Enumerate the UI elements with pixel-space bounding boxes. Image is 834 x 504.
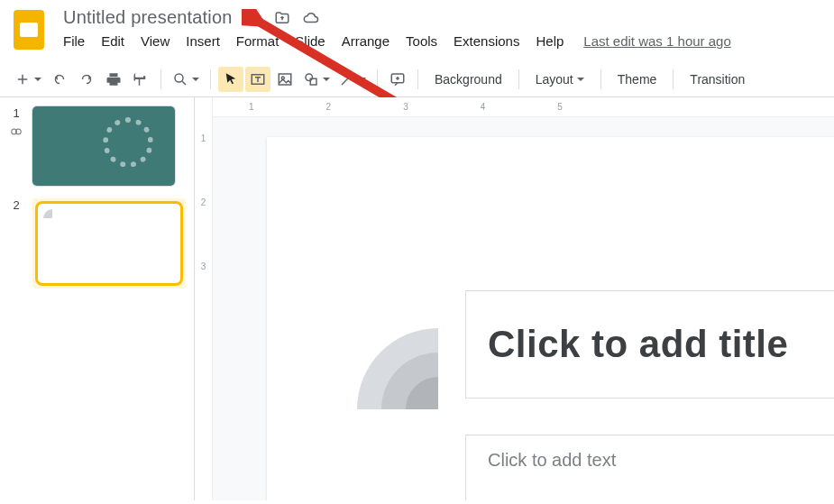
body-text-placeholder[interactable]: Click to add text [465,435,834,500]
document-title[interactable]: Untitled presentation [63,7,233,28]
toolbar-separator [600,69,601,89]
vertical-ruler: 123 [195,97,213,500]
toolbar-separator [417,69,418,89]
new-slide-button[interactable] [11,67,45,92]
select-tool-button[interactable] [218,67,243,92]
line-tool-button[interactable] [335,67,370,92]
menu-file[interactable]: File [63,33,85,49]
menu-slide[interactable]: Slide [295,33,325,49]
toolbar-separator [210,69,211,89]
menu-view[interactable]: View [141,33,170,49]
menu-tools[interactable]: Tools [406,33,437,49]
horizontal-ruler: 12345 [213,97,834,117]
menu-help[interactable]: Help [536,33,564,49]
background-button[interactable]: Background [426,67,511,92]
slide-canvas-area: 12345 Click to add title Click to add te… [213,97,834,500]
slide-2-preview[interactable] [38,204,180,283]
slide-thumbnail[interactable]: 2 [7,198,187,289]
undo-button[interactable] [47,67,72,92]
svg-point-3 [175,74,183,82]
move-folder-icon[interactable] [274,10,290,26]
last-edit-link[interactable]: Last edit was 1 hour ago [583,33,730,49]
print-button[interactable] [101,67,126,92]
title-placeholder[interactable]: Click to add title [465,290,834,399]
menu-format[interactable]: Format [236,33,280,49]
toolbar-separator [160,69,161,89]
toolbar-separator [673,69,674,89]
image-tool-button[interactable] [272,67,298,92]
transition-button[interactable]: Transition [681,67,754,92]
menu-bar: File Edit View Insert Format Slide Arran… [63,33,731,49]
body-placeholder-text: Click to add text [488,450,616,470]
slide-number: 2 [13,198,19,212]
menu-arrange[interactable]: Arrange [342,33,390,49]
toolbar: Background Layout Theme Transition [0,61,834,97]
comment-button[interactable] [385,67,410,92]
shape-tool-button[interactable] [299,67,334,92]
transition-indicator-icon [10,125,23,141]
menu-extensions[interactable]: Extensions [454,33,519,49]
cloud-status-icon[interactable] [303,10,319,26]
textbox-tool-button[interactable] [245,67,270,92]
slides-app-icon[interactable] [11,7,47,52]
quarter-circle-graphic [357,328,438,409]
slide-canvas[interactable]: Click to add title Click to add text [267,137,834,500]
menu-edit[interactable]: Edit [101,33,124,49]
paint-format-button[interactable] [128,67,153,92]
svg-rect-1 [20,23,38,37]
slide-number: 1 [13,106,19,120]
star-icon[interactable] [245,10,261,26]
toolbar-separator [518,69,519,89]
slide-1-preview[interactable] [32,106,175,186]
header: Untitled presentation File Edit View Ins… [0,0,834,52]
svg-rect-5 [279,74,291,85]
redo-button[interactable] [74,67,99,92]
workspace: 1 2 123 12345 [0,97,834,500]
title-placeholder-text: Click to add title [488,323,788,366]
toolbar-separator [377,69,378,89]
svg-point-7 [306,74,313,81]
zoom-button[interactable] [169,67,203,92]
theme-button[interactable]: Theme [609,67,666,92]
menu-insert[interactable]: Insert [186,33,220,49]
slide-thumbnail-panel: 1 2 [0,97,194,500]
slide-thumbnail[interactable]: 1 [7,106,187,186]
layout-button[interactable]: Layout [527,67,593,92]
